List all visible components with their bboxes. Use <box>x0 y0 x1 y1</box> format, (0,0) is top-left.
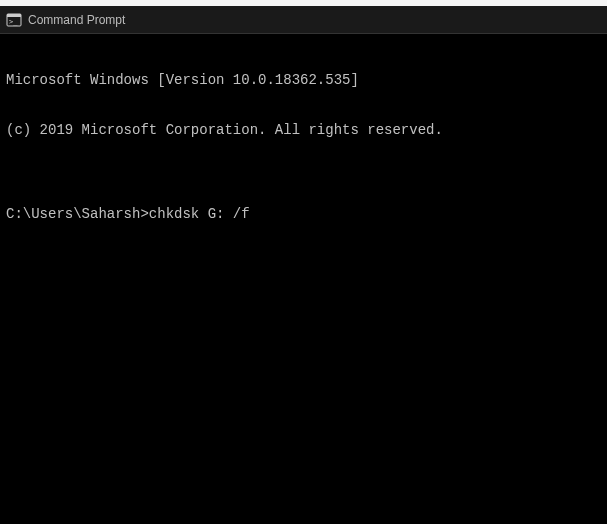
prompt-line: C:\Users\Saharsh>chkdsk G: /f <box>6 206 601 223</box>
copyright-line: (c) 2019 Microsoft Corporation. All righ… <box>6 122 601 139</box>
svg-rect-1 <box>7 14 21 17</box>
command-prompt-icon: >_ <box>6 12 22 28</box>
prompt-path: C:\Users\Saharsh> <box>6 206 149 223</box>
titlebar[interactable]: >_ Command Prompt <box>0 6 607 34</box>
version-line: Microsoft Windows [Version 10.0.18362.53… <box>6 72 601 89</box>
typed-command: chkdsk G: /f <box>149 206 250 223</box>
window-title: Command Prompt <box>28 13 125 27</box>
command-prompt-window: >_ Command Prompt Microsoft Windows [Ver… <box>0 6 607 524</box>
terminal-output[interactable]: Microsoft Windows [Version 10.0.18362.53… <box>0 34 607 524</box>
svg-text:>_: >_ <box>9 18 18 26</box>
